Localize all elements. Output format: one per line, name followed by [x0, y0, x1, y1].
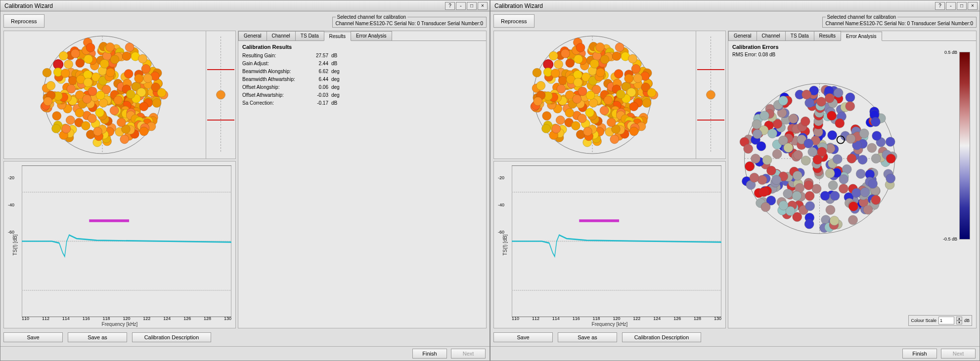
svg-point-220	[67, 84, 76, 93]
svg-point-490	[565, 109, 574, 118]
spin-down-icon[interactable]: ▼	[956, 321, 962, 324]
reprocess-button[interactable]: Reprocess	[3, 14, 45, 28]
window-buttons: ? - □ ×	[935, 2, 978, 10]
svg-point-493	[557, 84, 566, 93]
svg-point-234	[95, 108, 104, 117]
result-row: Resulting Gain:27.57dB	[242, 52, 482, 60]
svg-point-523	[534, 97, 542, 106]
save-as-button[interactable]: Save as	[68, 332, 127, 342]
svg-point-480	[556, 116, 565, 124]
close-button[interactable]: ×	[478, 2, 488, 10]
tab-error-analysis[interactable]: Error Analysis	[351, 31, 392, 40]
svg-point-809	[766, 166, 776, 175]
svg-point-250	[44, 97, 52, 106]
tab-channel[interactable]: Channel	[267, 31, 296, 40]
svg-point-206	[76, 59, 85, 68]
result-row: Offset Athwartship:-0.03deg	[242, 91, 482, 99]
bottom-buttons: Save Save as Calibration Description	[3, 331, 487, 343]
save-button[interactable]: Save	[493, 332, 553, 342]
ytick: -60	[498, 230, 504, 235]
svg-point-484	[615, 43, 624, 52]
freq-ylabel: TS(f) [dB]	[12, 234, 18, 255]
svg-point-517	[590, 59, 599, 68]
svg-point-792	[804, 139, 813, 148]
xtick: 110	[22, 316, 29, 321]
ytick: -60	[8, 230, 14, 235]
save-as-button[interactable]: Save as	[558, 332, 617, 342]
calibration-description-button[interactable]: Calibration Description	[132, 332, 211, 342]
svg-point-505	[571, 121, 580, 130]
finish-button[interactable]: Finish	[902, 349, 937, 359]
next-button[interactable]: Next	[941, 349, 976, 359]
svg-point-205	[134, 74, 143, 83]
svg-point-700	[835, 119, 845, 128]
xtick: 116	[83, 316, 90, 321]
tab-results[interactable]: Results	[814, 31, 841, 40]
svg-point-219	[61, 69, 70, 78]
svg-point-793	[871, 117, 880, 126]
freq-xlabel: Frequency [kHz]	[592, 321, 628, 327]
frequency-response-panel: TS(f) [dB] -20 -40 -60 Frequency [kHz] 1…	[3, 161, 236, 328]
svg-point-716	[846, 101, 855, 111]
svg-point-491	[647, 88, 656, 97]
svg-point-208	[52, 112, 61, 120]
help-button[interactable]: ?	[935, 2, 945, 10]
xtick: 120	[123, 316, 130, 321]
tab-general[interactable]: General	[728, 31, 757, 40]
svg-point-54	[124, 70, 133, 79]
finish-button[interactable]: Finish	[412, 349, 447, 359]
svg-point-742	[825, 93, 834, 103]
svg-point-515	[561, 49, 570, 58]
tab-results[interactable]: Results	[324, 32, 351, 41]
svg-point-327	[614, 70, 623, 79]
channel-group-label: Selected channel for calibration	[826, 14, 898, 20]
freq-chart-svg	[512, 165, 721, 317]
next-button[interactable]: Next	[451, 349, 486, 359]
svg-point-156	[88, 114, 96, 123]
help-button[interactable]: ?	[445, 2, 455, 10]
channel-info-box: Selected channel for calibration Channel…	[332, 14, 487, 28]
svg-point-818	[801, 117, 810, 126]
svg-point-796	[805, 201, 815, 211]
freq-ylabel: TS(f) [dB]	[502, 234, 508, 255]
svg-point-499	[578, 87, 587, 96]
tab-ts-data[interactable]: TS Data	[785, 31, 814, 40]
minimize-button[interactable]: -	[946, 2, 956, 10]
svg-point-815	[802, 90, 811, 99]
svg-point-811	[860, 188, 870, 197]
svg-point-725	[858, 155, 867, 164]
svg-point-800	[793, 150, 802, 160]
save-button[interactable]: Save	[3, 332, 63, 342]
reprocess-button[interactable]: Reprocess	[493, 14, 535, 28]
svg-point-211	[125, 43, 134, 52]
tab-channel[interactable]: Channel	[757, 31, 786, 40]
beam-scatter-panel	[3, 31, 236, 159]
close-button[interactable]: ×	[968, 2, 978, 10]
tab-general[interactable]: General	[238, 31, 267, 40]
svg-point-714	[846, 93, 855, 102]
tab-ts-data[interactable]: TS Data	[295, 31, 324, 40]
tab-error-analysis[interactable]: Error Analysis	[841, 32, 882, 41]
xtick: 114	[62, 316, 70, 321]
svg-point-226	[88, 87, 97, 96]
minimize-button[interactable]: -	[456, 2, 466, 10]
colour-scale-input[interactable]: 1	[938, 317, 954, 324]
xtick: 124	[653, 316, 661, 321]
svg-point-743	[886, 174, 895, 183]
beam-scatter-svg	[494, 31, 696, 159]
svg-point-254	[126, 90, 135, 99]
calibration-description-button[interactable]: Calibration Description	[622, 332, 701, 342]
svg-point-751	[825, 169, 835, 178]
svg-point-749	[820, 191, 830, 201]
colour-scale-unit: dB	[964, 318, 970, 323]
svg-point-607	[745, 161, 754, 171]
spin-up-icon[interactable]: ▲	[956, 317, 962, 321]
svg-point-733	[750, 173, 759, 182]
svg-point-807	[852, 188, 861, 198]
svg-point-825	[817, 97, 826, 106]
maximize-button[interactable]: □	[467, 2, 477, 10]
xtick: 130	[224, 316, 231, 321]
ytick: -40	[498, 202, 504, 207]
maximize-button[interactable]: □	[957, 2, 967, 10]
svg-point-814	[759, 111, 769, 120]
